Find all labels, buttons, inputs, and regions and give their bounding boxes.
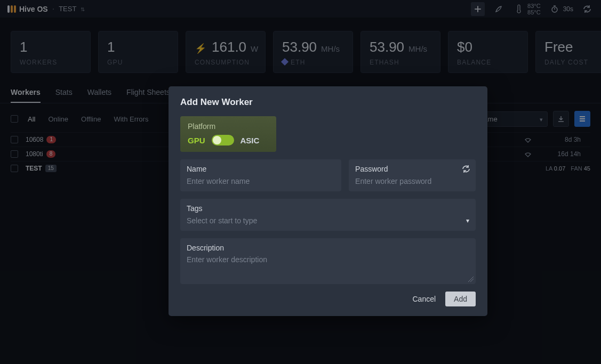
description-field: Description <box>180 238 476 284</box>
platform-label: Platform <box>188 122 269 131</box>
password-input[interactable] <box>355 177 469 185</box>
resize-handle-icon[interactable] <box>468 277 474 282</box>
regenerate-icon[interactable] <box>462 165 470 173</box>
add-worker-modal: Add New Worker Platform GPU ASIC Name Pa… <box>169 86 487 316</box>
tags-input[interactable] <box>187 216 469 225</box>
modal-title: Add New Worker <box>180 97 476 108</box>
platform-gpu[interactable]: GPU <box>188 136 205 145</box>
name-input[interactable] <box>187 177 335 185</box>
platform-toggle[interactable] <box>212 135 234 145</box>
password-field: Password <box>349 159 476 191</box>
tags-field[interactable]: Tags ▾ <box>180 199 476 231</box>
platform-asic[interactable]: ASIC <box>241 136 260 145</box>
name-field: Name <box>180 159 341 191</box>
description-input[interactable] <box>187 255 469 277</box>
add-button[interactable]: Add <box>445 292 476 306</box>
platform-selector: Platform GPU ASIC <box>180 116 276 152</box>
cancel-button[interactable]: Cancel <box>412 295 436 303</box>
chevron-down-icon: ▾ <box>466 217 469 224</box>
